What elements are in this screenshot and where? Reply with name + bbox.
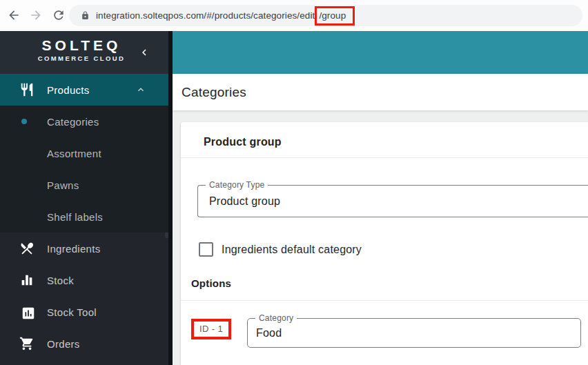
sidebar-item-pawns[interactable]: Pawns	[0, 169, 168, 201]
browser-toolbar: integration.solteqpos.com/#/products/cat…	[0, 0, 588, 31]
sidebar-item-categories[interactable]: Categories	[0, 106, 168, 137]
options-heading: Options	[191, 277, 231, 289]
sidebar-item-label: Stock Tool	[47, 306, 97, 318]
main-content: Categories Product group Category Type P…	[173, 31, 588, 365]
forward-arrow-icon[interactable]	[29, 8, 43, 22]
page-header: Categories	[173, 74, 588, 110]
category-type-value: Product group	[209, 195, 280, 208]
submenu-label: Pawns	[47, 179, 79, 191]
chevron-left-icon[interactable]	[138, 46, 150, 59]
submenu-label: Assortment	[47, 148, 101, 159]
restaurant-icon	[19, 82, 35, 97]
sidebar-item-shelf-labels[interactable]: Shelf labels	[0, 201, 168, 233]
category-name-label: Category	[255, 313, 297, 323]
page-title: Categories	[182, 85, 246, 100]
app-bar	[173, 31, 588, 74]
back-arrow-icon[interactable]	[7, 8, 21, 22]
sidebar-item-label: Stock	[47, 275, 74, 286]
sidebar-item-stock-tool[interactable]: Stock Tool	[0, 296, 168, 328]
sidebar-item-assortment[interactable]: Assortment	[0, 137, 168, 169]
sidebar-item-label: Orders	[47, 338, 80, 350]
category-type-label: Category Type	[206, 180, 268, 190]
products-submenu: Categories Assortment Pawns Shelf labels	[0, 106, 168, 233]
active-bullet-icon	[21, 119, 27, 124]
address-bar[interactable]: integration.solteqpos.com/#/products/cat…	[69, 5, 582, 26]
chart-box-icon	[21, 306, 34, 319]
category-type-field[interactable]: Category Type Product group	[197, 185, 588, 217]
checkbox-label: Ingredients default category	[222, 244, 362, 256]
sidebar-item-label: Ingredients	[47, 243, 101, 255]
url-text[interactable]: integration.solteqpos.com/#/products/cat…	[96, 10, 355, 21]
crossed-utensils-icon	[19, 241, 35, 256]
sidebar-item-label: Products	[47, 84, 90, 96]
sidebar-logo-header: SOLTEQ COMMERCE CLOUD	[0, 31, 168, 74]
category-edit-card: Product group Category Type Product grou…	[181, 122, 588, 365]
divider	[181, 300, 588, 301]
sidebar-item-products[interactable]: Products	[0, 74, 168, 106]
sidebar: SOLTEQ COMMERCE CLOUD Products Categorie…	[0, 31, 173, 365]
reload-icon[interactable]	[52, 8, 66, 22]
submenu-label: Shelf labels	[47, 211, 103, 223]
card-title: Product group	[204, 136, 282, 148]
ingredients-default-checkbox-row[interactable]: Ingredients default category	[199, 242, 362, 257]
checkbox-unchecked-icon[interactable]	[199, 242, 213, 257]
sidebar-item-orders[interactable]: Orders	[0, 328, 168, 359]
sidebar-item-stock[interactable]: Stock	[0, 264, 168, 296]
submenu-label: Categories	[47, 116, 99, 128]
url-highlight-annotation: /group	[315, 6, 355, 26]
category-name-value: Food	[256, 327, 282, 339]
bar-chart-icon	[19, 273, 35, 288]
shopping-cart-icon	[19, 336, 35, 351]
chevron-up-icon	[135, 84, 146, 95]
category-name-field[interactable]: Category Food	[247, 318, 581, 348]
divider	[181, 157, 588, 158]
url-prefix: integration.solteqpos.com/#/products/cat…	[96, 10, 315, 21]
id-annotation-badge: ID - 1	[191, 319, 231, 339]
lock-icon[interactable]	[81, 11, 90, 20]
sidebar-item-ingredients[interactable]: Ingredients	[0, 233, 168, 264]
